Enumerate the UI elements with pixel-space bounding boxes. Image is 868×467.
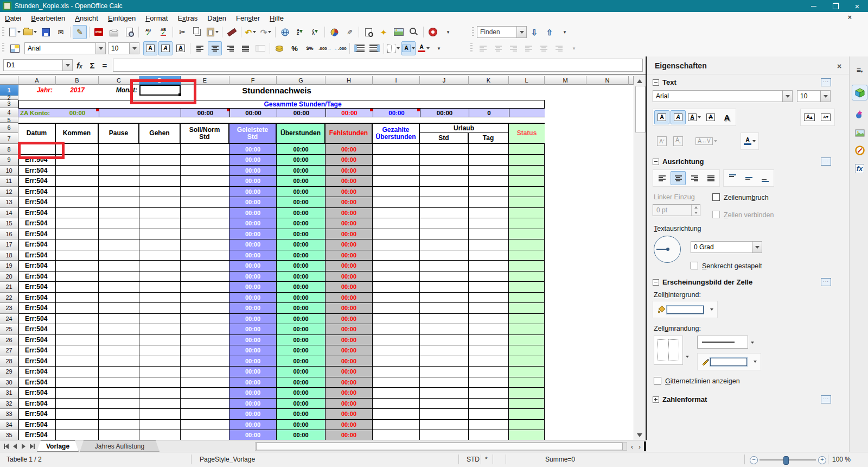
align-center-button[interactable] <box>208 41 222 55</box>
row-header-27[interactable]: 27 <box>0 345 18 356</box>
header-soll-norm-std[interactable]: Soll/NormStd <box>181 124 229 143</box>
cell-l24[interactable] <box>509 314 545 325</box>
cell-e33[interactable] <box>181 409 229 420</box>
align-right-button[interactable] <box>223 41 237 55</box>
cell-d33[interactable] <box>139 409 181 420</box>
cell-g10[interactable]: 00:00 <box>277 166 326 176</box>
dropdown-icon[interactable] <box>17 31 21 33</box>
header--berstunden[interactable]: Überstunden <box>277 124 326 143</box>
collapse-icon[interactable] <box>653 279 659 286</box>
align-center-button[interactable] <box>671 171 686 185</box>
cell-i29[interactable] <box>373 367 420 377</box>
last-sheet-icon[interactable] <box>28 442 36 450</box>
header-urlaub-tag[interactable]: Tag <box>469 133 509 143</box>
cell-e35[interactable] <box>181 430 229 440</box>
cell-j8[interactable] <box>420 144 469 155</box>
cell-h33[interactable]: 00:00 <box>326 409 373 420</box>
underline-button[interactable]: A <box>174 41 188 55</box>
previous-sheet-icon[interactable] <box>11 442 18 450</box>
cell-d9[interactable] <box>139 155 181 166</box>
cell-j19[interactable] <box>420 261 469 272</box>
cell-a31[interactable]: Err:504 <box>18 388 56 399</box>
collapse-icon[interactable] <box>653 79 659 86</box>
cell-c23[interactable] <box>99 303 139 314</box>
cell-b13[interactable] <box>56 197 99 208</box>
menu-daten[interactable]: Daten <box>202 13 231 23</box>
cell-f17[interactable]: 00:00 <box>229 239 277 250</box>
cell-h30[interactable]: 00:00 <box>326 377 373 388</box>
cell-k9[interactable] <box>469 155 509 166</box>
row-header-3[interactable]: 3 <box>0 100 18 108</box>
cell-k32[interactable] <box>469 399 509 409</box>
cell-c33[interactable] <box>99 409 139 420</box>
horizontal-scrollbar[interactable] <box>255 442 627 451</box>
cell-c26[interactable] <box>99 335 139 346</box>
cell-a21[interactable]: Err:504 <box>18 282 56 293</box>
cell-f26[interactable]: 00:00 <box>229 335 277 346</box>
cell-a8[interactable] <box>18 144 56 155</box>
cell-f20[interactable]: 00:00 <box>229 272 277 282</box>
cell-f24[interactable]: 00:00 <box>229 314 277 325</box>
angle-combo[interactable]: 0 Grad <box>691 241 762 253</box>
cell-d20[interactable] <box>139 272 181 282</box>
sum-icon[interactable]: Σ <box>90 61 95 70</box>
font-name-dropdown-icon[interactable] <box>95 43 105 54</box>
align-left-button[interactable] <box>193 41 207 55</box>
cell-e21[interactable] <box>181 282 229 293</box>
cell-i15[interactable] <box>373 218 420 229</box>
cell-k12[interactable] <box>469 187 509 198</box>
cell-h27[interactable]: 00:00 <box>326 345 373 356</box>
cell-f29[interactable]: 00:00 <box>229 367 277 377</box>
row-header-18[interactable]: 18 <box>0 250 18 261</box>
tab-splitter[interactable] <box>644 441 646 451</box>
cell-a10[interactable]: Err:504 <box>18 166 56 176</box>
cell-i30[interactable] <box>373 377 420 388</box>
cell-a23[interactable]: Err:504 <box>18 303 56 314</box>
align-bottom-button[interactable] <box>757 171 773 185</box>
cell-a9[interactable]: Err:504 <box>18 155 56 166</box>
cell-h28[interactable]: 00:00 <box>326 356 373 367</box>
cell-h9[interactable]: 00:00 <box>326 155 373 166</box>
cell-c22[interactable] <box>99 293 139 304</box>
cell-i12[interactable] <box>373 187 420 198</box>
name-box[interactable]: D1 <box>3 59 73 71</box>
border-preset-box[interactable] <box>654 336 683 365</box>
borders-button[interactable] <box>386 41 400 55</box>
page-style[interactable]: PageStyle_Vorlage <box>200 456 255 463</box>
cell-b14[interactable] <box>56 208 99 219</box>
spellcheck-button[interactable]: AB✓ <box>141 25 155 39</box>
cell-d8[interactable] <box>139 144 181 155</box>
cell-b16[interactable] <box>56 229 99 240</box>
subscript-button[interactable]: Ax <box>671 134 686 148</box>
cell-j34[interactable] <box>420 420 469 431</box>
cell-a11[interactable]: Err:504 <box>18 176 56 187</box>
cell-f12[interactable]: 00:00 <box>229 187 277 198</box>
sheet-tab-vorlage[interactable]: Vorlage <box>37 440 79 452</box>
cell-j14[interactable] <box>420 208 469 219</box>
cell-g29[interactable]: 00:00 <box>277 367 326 377</box>
cell-j25[interactable] <box>420 324 469 335</box>
restore-button[interactable] <box>825 0 846 12</box>
cell-l12[interactable] <box>509 187 545 198</box>
cell-j23[interactable] <box>420 303 469 314</box>
cell-l28[interactable] <box>509 356 545 367</box>
cell-l26[interactable] <box>509 335 545 346</box>
section-alignment[interactable]: Ausrichtung <box>653 157 704 166</box>
column-header-M[interactable]: M <box>545 76 586 85</box>
text-more-options-icon[interactable]: ··· <box>821 78 831 86</box>
cell-i33[interactable] <box>373 409 420 420</box>
cell-k22[interactable] <box>469 293 509 304</box>
row-header-16[interactable]: 16 <box>0 229 18 240</box>
cell-b15[interactable] <box>56 218 99 229</box>
cell-b28[interactable] <box>56 356 99 367</box>
cell-g31[interactable]: 00:00 <box>277 388 326 399</box>
cell-g35[interactable]: 00:00 <box>277 430 326 440</box>
cell-g4[interactable]: 00:00 <box>277 108 326 117</box>
cell-h4[interactable]: 00:00 <box>326 108 373 117</box>
cell-h29[interactable]: 00:00 <box>326 367 373 377</box>
border-line-style[interactable] <box>697 336 748 349</box>
cell-a1[interactable]: Jahr: <box>18 85 56 96</box>
cell-h13[interactable]: 00:00 <box>326 197 373 208</box>
column-header-H[interactable]: H <box>326 76 373 85</box>
header-fehlstunden[interactable]: Fehlstunden <box>326 124 373 143</box>
